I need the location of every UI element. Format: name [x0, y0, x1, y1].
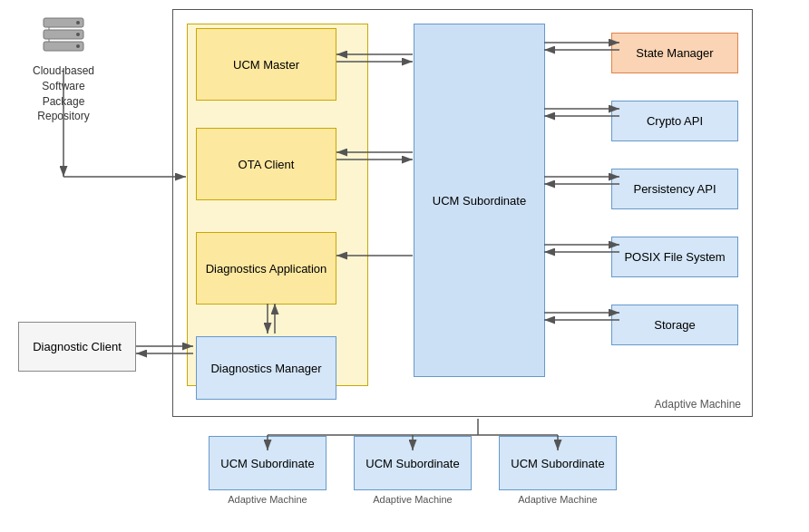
bottom-adaptive-2-label: Adaptive Machine	[354, 494, 472, 505]
bottom-adaptive-3-label: Adaptive Machine	[499, 494, 617, 505]
adaptive-machine-main: Adaptive Machine UCM Master OTA Client D…	[172, 9, 753, 417]
ucm-master-box: UCM Master	[196, 28, 336, 101]
diagnostic-client-box: Diagnostic Client	[18, 322, 136, 372]
cloud-server-icon	[36, 16, 91, 57]
adaptive-machine-label: Adaptive Machine	[655, 398, 741, 411]
state-manager-box: State Manager	[611, 33, 738, 73]
svg-point-3	[76, 33, 80, 36]
ucm-subordinate-main-box: UCM Subordinate	[414, 24, 545, 377]
ota-client-box: OTA Client	[196, 128, 336, 200]
svg-point-5	[76, 44, 80, 48]
persistency-api-box: Persistency API	[611, 169, 738, 209]
cloud-label: Cloud-basedSoftwarePackageRepository	[9, 63, 118, 124]
posix-fs-box: POSIX File System	[611, 237, 738, 277]
diagram: Cloud-basedSoftwarePackageRepository Ada…	[0, 0, 809, 532]
bottom-ucm-1-box: UCM Subordinate	[209, 436, 327, 490]
bottom-adaptive-1-label: Adaptive Machine	[209, 494, 327, 505]
storage-box: Storage	[611, 305, 738, 345]
crypto-api-box: Crypto API	[611, 101, 738, 141]
diag-manager-box: Diagnostics Manager	[196, 336, 336, 400]
cloud-repo: Cloud-basedSoftwarePackageRepository	[9, 16, 118, 124]
svg-point-1	[76, 21, 80, 24]
bottom-ucm-3-box: UCM Subordinate	[499, 436, 617, 490]
diag-app-box: Diagnostics Application	[196, 232, 336, 305]
bottom-ucm-2-box: UCM Subordinate	[354, 436, 472, 490]
